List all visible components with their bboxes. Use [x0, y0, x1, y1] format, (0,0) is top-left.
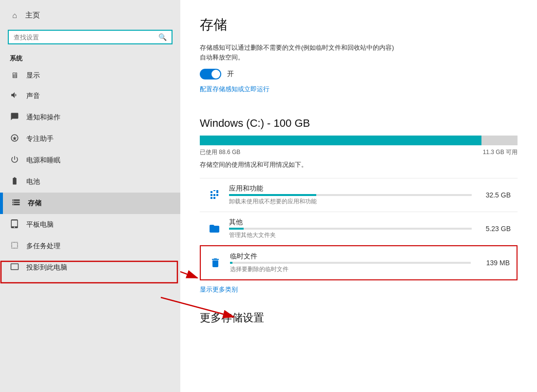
sound-icon — [10, 91, 19, 101]
storage-sense-desc: 存储感知可以通过删除不需要的文件(例如临时文件和回收站中的内容) 自动释放空间。 — [200, 43, 473, 62]
other-size: 5.23 GB — [472, 225, 511, 233]
storage-item-temp[interactable]: 临时文件 选择要删除的临时文件 139 MB — [200, 245, 518, 280]
storage-space-desc: 存储空间的使用情况和可用情况如下。 — [200, 160, 518, 169]
battery-icon — [10, 176, 19, 187]
storage-item-other[interactable]: 其他 管理其他大文件夹 5.23 GB — [200, 212, 518, 245]
storage-item-apps[interactable]: 应用和功能 卸载未使用或不想要的应用和功能 32.5 GB — [200, 178, 518, 212]
temp-desc: 选择要删除的临时文件 — [230, 265, 471, 274]
sidebar-item-label: 平板电脑 — [26, 220, 54, 229]
storage-icon — [11, 198, 21, 209]
sidebar-item-label: 电源和睡眠 — [26, 156, 60, 165]
project-icon — [10, 262, 19, 273]
sidebar-item-label: 电池 — [26, 177, 40, 186]
sidebar-item-storage[interactable]: 存储 — [0, 193, 180, 214]
sidebar-item-project[interactable]: 投影到此电脑 — [0, 257, 180, 278]
apps-icon — [207, 187, 222, 203]
storage-bar-labels: 已使用 88.6 GB 11.3 GB 可用 — [200, 148, 518, 157]
storage-bar-used — [200, 136, 481, 145]
sidebar-item-tablet[interactable]: 平板电脑 — [0, 214, 180, 235]
show-more-link[interactable]: 显示更多类别 — [200, 285, 238, 294]
toggle-row: 开 — [200, 69, 518, 79]
other-bar — [229, 228, 472, 230]
sidebar-item-label: 多任务处理 — [26, 242, 60, 251]
sidebar-item-label: 声音 — [26, 92, 40, 100]
multitask-icon — [10, 241, 19, 252]
available-label: 11.3 GB 可用 — [483, 148, 518, 157]
apps-desc: 卸载未使用或不想要的应用和功能 — [229, 197, 472, 206]
apps-size: 32.5 GB — [472, 191, 511, 199]
drive-title: Windows (C:) - 100 GB — [200, 117, 518, 130]
svg-line-4 — [180, 249, 197, 278]
temp-info: 临时文件 选择要删除的临时文件 — [230, 252, 471, 274]
page-title: 存储 — [200, 16, 518, 34]
focus-icon — [10, 134, 19, 144]
sidebar-home-label: 主页 — [25, 11, 40, 20]
used-label: 已使用 88.6 GB — [200, 148, 240, 157]
sidebar-item-sound[interactable]: 声音 — [0, 85, 180, 107]
storage-sense-toggle[interactable] — [200, 69, 221, 79]
more-storage-title: 更多存储设置 — [200, 311, 518, 325]
temp-name: 临时文件 — [230, 252, 471, 261]
other-desc: 管理其他大文件夹 — [229, 231, 472, 239]
display-icon: 🖥 — [10, 71, 19, 80]
tablet-icon — [10, 219, 19, 230]
search-input[interactable] — [14, 34, 158, 41]
search-box-wrap: 🔍 — [0, 26, 180, 51]
sidebar-item-label: 显示 — [26, 71, 40, 80]
temp-size: 139 MB — [471, 259, 510, 267]
sidebar-item-battery[interactable]: 电池 — [0, 171, 180, 193]
drive-section: Windows (C:) - 100 GB 已使用 88.6 GB 11.3 G… — [200, 117, 518, 280]
sidebar-item-multitask[interactable]: 多任务处理 — [0, 235, 180, 257]
apps-name: 应用和功能 — [229, 184, 472, 193]
apps-bar — [229, 194, 472, 196]
notifications-icon — [10, 112, 19, 123]
search-box-container: 🔍 — [8, 30, 173, 44]
temp-icon — [208, 255, 223, 271]
sidebar-item-focus[interactable]: 专注助手 — [0, 128, 180, 150]
sidebar-item-display[interactable]: 🖥 显示 — [0, 66, 180, 85]
search-icon: 🔍 — [158, 33, 167, 41]
toggle-label: 开 — [227, 70, 234, 78]
other-name: 其他 — [229, 218, 472, 227]
sidebar-item-home[interactable]: ⌂ 主页 — [0, 5, 180, 26]
main-content: 存储 存储感知可以通过删除不需要的文件(例如临时文件和回收站中的内容) 自动释放… — [180, 0, 537, 392]
other-info: 其他 管理其他大文件夹 — [229, 218, 472, 239]
sidebar-section-label: 系统 — [0, 51, 180, 66]
other-icon — [207, 221, 222, 236]
sidebar-item-label: 存储 — [28, 199, 41, 208]
sidebar-item-label: 专注助手 — [26, 135, 54, 143]
home-icon: ⌂ — [10, 11, 19, 20]
sidebar-item-notifications[interactable]: 通知和操作 — [0, 107, 180, 128]
power-icon — [10, 155, 19, 166]
temp-bar — [230, 262, 471, 264]
sidebar-item-label: 投影到此电脑 — [26, 263, 67, 272]
config-link[interactable]: 配置存储感知或立即运行 — [200, 85, 269, 94]
sidebar-item-power[interactable]: 电源和睡眠 — [0, 150, 180, 171]
apps-info: 应用和功能 卸载未使用或不想要的应用和功能 — [229, 184, 472, 206]
storage-bar-container — [200, 136, 518, 145]
sidebar: ⌂ 主页 🔍 系统 🖥 显示 声音 通知和操作 专注助手 — [0, 0, 180, 392]
sidebar-item-label: 通知和操作 — [26, 113, 60, 122]
